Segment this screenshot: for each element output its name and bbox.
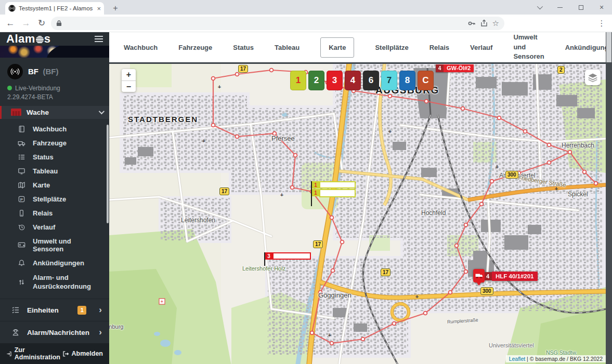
road-shield: 17 [238, 65, 248, 73]
sidebar-item-karte[interactable]: Karte [0, 178, 109, 192]
truck-icon [18, 139, 25, 147]
tab-search-chevron-icon[interactable] [529, 0, 550, 15]
back-button[interactable]: ← [4, 17, 17, 30]
tab-relais[interactable]: Relais [429, 44, 449, 51]
chevron-right-icon: › [99, 327, 102, 338]
sidebar-item-tableau[interactable]: Tableau [0, 164, 109, 178]
sidebar-item-umwelt-sensoren[interactable]: Umwelt und Sensoren [0, 234, 109, 256]
hamburger-menu-icon[interactable] [95, 36, 103, 42]
close-button[interactable]: × [591, 0, 612, 15]
sidebar-item-status[interactable]: Status [0, 150, 109, 164]
bookmark-star-icon[interactable]: ☆ [492, 19, 499, 28]
group-label: Wache [27, 109, 49, 116]
road-shield: 300 [505, 171, 518, 179]
firestation-icon [11, 109, 21, 116]
status-badge-8[interactable]: 8 [399, 71, 415, 90]
sidebar-nav: Wachbuch Fahrzeuge Status [0, 119, 109, 294]
scrollbar-thumb[interactable] [606, 32, 611, 62]
sidebar-item-wachbuch[interactable]: Wachbuch [0, 122, 109, 136]
tab-close-icon[interactable]: × [97, 5, 101, 12]
zoom-in-button[interactable]: + [122, 69, 136, 80]
place-label: Göggingen [318, 291, 351, 299]
layers-icon [588, 72, 598, 83]
new-tab-button[interactable]: + [109, 2, 122, 15]
place-label: Herrenbach [562, 142, 594, 149]
sidebar-item-alarm-ausrueckeordnung[interactable]: Alarm- und Ausrückeordnung [0, 270, 109, 294]
maximize-button[interactable] [570, 0, 591, 15]
unit-alias: (BF) [43, 67, 58, 76]
vehicle-marker-gw-oel[interactable]: 4 GW-Öl#2 [436, 64, 474, 72]
vehicle-status-chip: 4 [436, 64, 444, 72]
attribution-text: | © basemap.de / BKG 12.2022 [525, 356, 603, 362]
place-label: Universitätsviertel [489, 342, 534, 348]
place-label: Leitershofen [181, 217, 215, 224]
basemap: +++ +++ ++ + [109, 64, 606, 364]
tab-title: Testsystem1 | FE2 - Alamos Gmb [19, 5, 94, 11]
road-shield: 2 [557, 66, 565, 74]
share-icon[interactable] [480, 19, 488, 28]
minimize-button[interactable] [550, 0, 570, 15]
sidebar-section-einheiten[interactable]: Einheiten 1 › [0, 299, 109, 321]
vehicle-pin-icon [473, 269, 485, 282]
unit-name-bar [319, 181, 356, 188]
version-label: 2.29.4274-BETA [7, 93, 102, 101]
device-icon [18, 209, 25, 217]
reload-button[interactable]: ↻ [35, 17, 48, 30]
status-badge-7[interactable]: 7 [381, 71, 397, 90]
forward-button[interactable]: → [20, 17, 32, 30]
sidebar-group-wache[interactable]: Wache [0, 106, 109, 119]
broadcast-icon [7, 64, 23, 79]
svg-text:P: P [20, 197, 23, 202]
admin-button[interactable]: Zur Administration [6, 346, 62, 361]
status-badge-3[interactable]: 3 [327, 71, 343, 90]
tab-umwelt-sensoren[interactable]: Umwelt und Sensoren [513, 33, 544, 62]
map-icon [18, 181, 25, 189]
layers-control[interactable] [585, 70, 601, 85]
tab-wachbuch[interactable]: Wachbuch [124, 44, 158, 51]
sidebar-item-ankuendigungen[interactable]: Ankündigungen [0, 256, 109, 270]
tab-stellplaetze[interactable]: Stellplätze [375, 44, 408, 51]
logout-button[interactable]: Abmelden [62, 350, 103, 357]
sidebar-item-verlauf[interactable]: Verlauf [0, 220, 109, 234]
logout-icon [62, 350, 69, 357]
tab-status[interactable]: Status [233, 44, 254, 51]
tab-fahrzeuge[interactable]: Fahrzeuge [178, 44, 212, 51]
place-label: STADTBERGEN [128, 115, 198, 124]
address-bar[interactable]: ☆ [51, 17, 504, 30]
tab-tableau[interactable]: Tableau [275, 44, 300, 51]
vehicle-marker-hlf[interactable]: 4 HLF 40/1#201 [473, 269, 538, 282]
unit-marker-status1-a[interactable]: 1 1 [311, 181, 356, 206]
status-badge-6[interactable]: 6 [363, 71, 379, 90]
status-list-icon [18, 153, 25, 161]
chevron-right-icon: › [99, 305, 102, 315]
sidebar-section-alarm-nachrichten[interactable]: Alarm/Nachrichten › [0, 321, 109, 343]
page-scrollbar[interactable] [606, 32, 612, 364]
svg-text:+: + [202, 138, 205, 144]
browser-menu-icon[interactable]: ⋮ [595, 19, 608, 28]
tab-ankuendigungen[interactable]: Ankündigungen [565, 44, 612, 51]
lock-icon [56, 20, 62, 26]
leaflet-link[interactable]: Leaflet [509, 356, 526, 362]
sidebar-scrollbar[interactable] [107, 125, 109, 223]
map-canvas[interactable]: +++ +++ ++ + STADTBERGEN AUGSBURG Pferse… [109, 62, 606, 364]
password-key-icon[interactable] [467, 19, 476, 28]
zoom-control: + − [122, 69, 136, 92]
map-attribution: Leaflet | © basemap.de / BKG 12.2022 [506, 355, 606, 362]
road-shield: 17 [381, 268, 390, 276]
unit-status-chip: 1 [312, 181, 319, 188]
tab-karte[interactable]: Karte [320, 37, 354, 58]
status-badge-1[interactable]: 1 [290, 71, 306, 90]
browser-tab[interactable]: Testsystem1 | FE2 - Alamos Gmb × [5, 2, 104, 15]
status-badge-4[interactable]: 4 [345, 71, 361, 90]
status-badge-c[interactable]: C [418, 71, 434, 90]
sidebar-item-stellplaetze[interactable]: P Stellplätze [0, 192, 109, 206]
top-navigation: Wachbuch Fahrzeuge Status Tableau Karte … [109, 32, 606, 62]
status-badge-2[interactable]: 2 [308, 71, 324, 90]
tab-verlauf[interactable]: Verlauf [470, 44, 492, 51]
svg-text:+: + [280, 192, 283, 198]
sidebar-item-relais[interactable]: Relais [0, 206, 109, 220]
unit-marker-status3[interactable]: 3 [264, 252, 311, 266]
zoom-out-button[interactable]: − [122, 80, 136, 92]
sidebar-item-fahrzeuge[interactable]: Fahrzeuge [0, 136, 109, 150]
place-label: Leitershofer Holz [242, 265, 285, 272]
